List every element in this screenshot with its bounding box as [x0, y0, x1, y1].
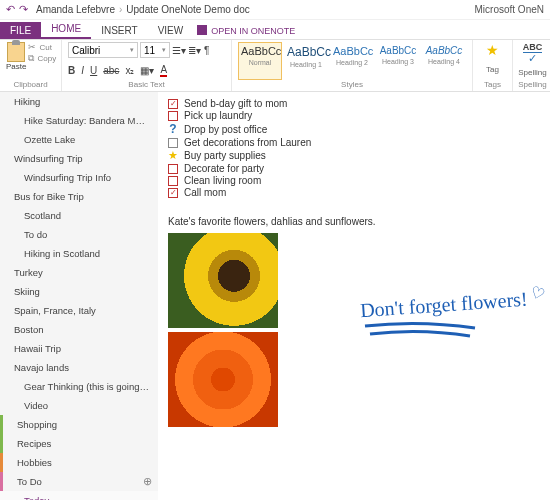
sidebar-item-video[interactable]: Video: [0, 396, 158, 415]
tab-file[interactable]: FILE: [0, 22, 41, 39]
paste-button[interactable]: Paste: [6, 42, 26, 74]
task-row[interactable]: Pick up laundry: [168, 110, 540, 121]
bold-button[interactable]: B: [68, 65, 75, 76]
spelling-button[interactable]: Spelling: [518, 68, 546, 77]
sidebar-item-hike-bandera[interactable]: Hike Saturday: Bandera Mountain: [0, 111, 158, 130]
highlight-button[interactable]: ▦▾: [140, 65, 154, 76]
style-heading3[interactable]: AaBbCcHeading 3: [376, 42, 420, 80]
task-row[interactable]: ✓Send b-day gift to mom: [168, 98, 540, 109]
tab-view[interactable]: VIEW: [148, 22, 194, 39]
sidebar-item-spain[interactable]: Spain, France, Italy: [0, 301, 158, 320]
sidebar-item-hiking-scotland[interactable]: Hiking in Scotland: [0, 244, 158, 263]
sidebar-item-shopping[interactable]: Shopping: [0, 415, 158, 434]
title-bar: ↶ ↷ Amanda Lefebvre › Update OneNote Dem…: [0, 0, 550, 20]
paragraph-button[interactable]: ¶: [204, 43, 218, 57]
task-row[interactable]: ✓Call mom: [168, 187, 540, 198]
style-normal[interactable]: AaBbCcNormal: [238, 42, 282, 80]
spelling-icon: ABC✓: [523, 42, 543, 65]
sidebar-item-navajo[interactable]: Navajo lands: [0, 358, 158, 377]
page-sidebar: HikingHike Saturday: Bandera MountainOze…: [0, 92, 158, 500]
bullets-button[interactable]: ☰▾: [172, 43, 186, 57]
sunflower-image[interactable]: [168, 233, 278, 328]
sidebar-item-boston[interactable]: Boston: [0, 320, 158, 339]
task-text[interactable]: Get decorations from Lauren: [184, 137, 311, 148]
sidebar-item-turkey[interactable]: Turkey: [0, 263, 158, 282]
group-label-clipboard: Clipboard: [6, 80, 55, 89]
open-in-onenote-button[interactable]: OPEN IN ONENOTE: [193, 23, 305, 39]
sidebar-item-windsurfing-info[interactable]: Windsurfing Trip Info: [0, 168, 158, 187]
tab-home[interactable]: HOME: [41, 20, 91, 39]
question-icon[interactable]: ?: [168, 122, 178, 136]
photo-caption[interactable]: Kate's favorite flowers, dahlias and sun…: [168, 216, 540, 227]
task-text[interactable]: Send b-day gift to mom: [184, 98, 287, 109]
group-styles: AaBbCcNormal AaBbCcHeading 1 AaBbCcHeadi…: [232, 40, 473, 91]
sidebar-item-windsurfing[interactable]: Windsurfing Trip: [0, 149, 158, 168]
chevron-down-icon: ▾: [130, 46, 134, 54]
sidebar-item-hobbies[interactable]: Hobbies: [0, 453, 158, 472]
task-row[interactable]: Get decorations from Lauren: [168, 137, 540, 148]
ink-annotation[interactable]: ♡ Don't forget flowers!: [360, 292, 540, 342]
task-text[interactable]: Drop by post office: [184, 124, 267, 135]
sidebar-item-gear[interactable]: Gear Thinking (this is going to: [0, 377, 158, 396]
font-color-button[interactable]: A: [160, 64, 167, 77]
tag-button[interactable]: Tag: [486, 65, 499, 74]
italic-button[interactable]: I: [81, 65, 84, 76]
quick-access-toolbar: ↶ ↷: [6, 3, 28, 16]
copy-button[interactable]: Copy: [28, 53, 56, 64]
ink-text: Don't forget flowers!: [359, 286, 540, 322]
ribbon-tabs: FILE HOME INSERT VIEW OPEN IN ONENOTE: [0, 20, 550, 40]
breadcrumb-doc[interactable]: Update OneNote Demo doc: [126, 4, 249, 15]
checkbox-checked-icon[interactable]: ✓: [168, 99, 178, 109]
underline-button[interactable]: U: [90, 65, 97, 76]
sidebar-item-hawaii[interactable]: Hawaii Trip: [0, 339, 158, 358]
sidebar-item-todo-bike[interactable]: To do: [0, 225, 158, 244]
group-label-tags: Tags: [484, 80, 501, 89]
task-row[interactable]: ?Drop by post office: [168, 122, 540, 136]
checkbox-empty-icon[interactable]: [168, 176, 178, 186]
group-spelling: ABC✓ Spelling Spelling: [513, 40, 550, 91]
style-heading4[interactable]: AaBbCcHeading 4: [422, 42, 466, 80]
task-text[interactable]: Call mom: [184, 187, 226, 198]
task-list: ✓Send b-day gift to momPick up laundry?D…: [168, 98, 540, 198]
font-size-select[interactable]: 11▾: [140, 42, 170, 58]
font-name-select[interactable]: Calibri▾: [68, 42, 138, 58]
sidebar-item-today[interactable]: Today: [0, 491, 158, 500]
task-row[interactable]: ★Buy party supplies: [168, 149, 540, 162]
task-text[interactable]: Pick up laundry: [184, 110, 252, 121]
subscript-button[interactable]: x₂: [125, 65, 134, 76]
style-heading2[interactable]: AaBbCcHeading 2: [330, 42, 374, 80]
redo-icon[interactable]: ↷: [19, 3, 28, 16]
checkbox-empty-icon[interactable]: [168, 164, 178, 174]
numbering-button[interactable]: ≣▾: [188, 43, 202, 57]
task-row[interactable]: Clean living room: [168, 175, 540, 186]
sidebar-item-todo-section[interactable]: To Do⊕: [0, 472, 158, 491]
task-text[interactable]: Clean living room: [184, 175, 261, 186]
note-canvas[interactable]: ✓Send b-day gift to momPick up laundry?D…: [158, 92, 550, 500]
sidebar-item-recipes[interactable]: Recipes: [0, 434, 158, 453]
ink-underline: [360, 320, 540, 342]
task-text[interactable]: Decorate for party: [184, 163, 264, 174]
strikethrough-button[interactable]: abc: [103, 65, 119, 76]
group-basic-text: Calibri▾ 11▾ ☰▾ ≣▾ ¶ B I U abc x₂ ▦▾ A B…: [62, 40, 232, 91]
dahlia-image[interactable]: [168, 332, 278, 427]
sidebar-item-hiking[interactable]: Hiking: [0, 92, 158, 111]
sidebar-item-ozette[interactable]: Ozette Lake: [0, 130, 158, 149]
cut-button[interactable]: Cut: [28, 42, 56, 52]
task-text[interactable]: Buy party supplies: [184, 150, 266, 161]
task-row[interactable]: Decorate for party: [168, 163, 540, 174]
checkbox-empty-icon[interactable]: [168, 111, 178, 121]
add-page-icon[interactable]: ⊕: [143, 475, 152, 488]
group-label-styles: Styles: [238, 80, 466, 89]
sidebar-item-bus-bike[interactable]: Bus for Bike Trip: [0, 187, 158, 206]
app-name: Microsoft OneN: [475, 4, 544, 15]
star-icon: ★: [486, 42, 499, 58]
breadcrumb-user[interactable]: Amanda Lefebvre: [36, 4, 115, 15]
sidebar-item-skiing[interactable]: Skiing: [0, 282, 158, 301]
sidebar-item-scotland[interactable]: Scotland: [0, 206, 158, 225]
tab-insert[interactable]: INSERT: [91, 22, 148, 39]
undo-icon[interactable]: ↶: [6, 3, 15, 16]
checkbox-checked-icon[interactable]: ✓: [168, 188, 178, 198]
star-icon[interactable]: ★: [168, 149, 178, 162]
checkbox-empty-icon[interactable]: [168, 138, 178, 148]
style-heading1[interactable]: AaBbCcHeading 1: [284, 42, 328, 80]
